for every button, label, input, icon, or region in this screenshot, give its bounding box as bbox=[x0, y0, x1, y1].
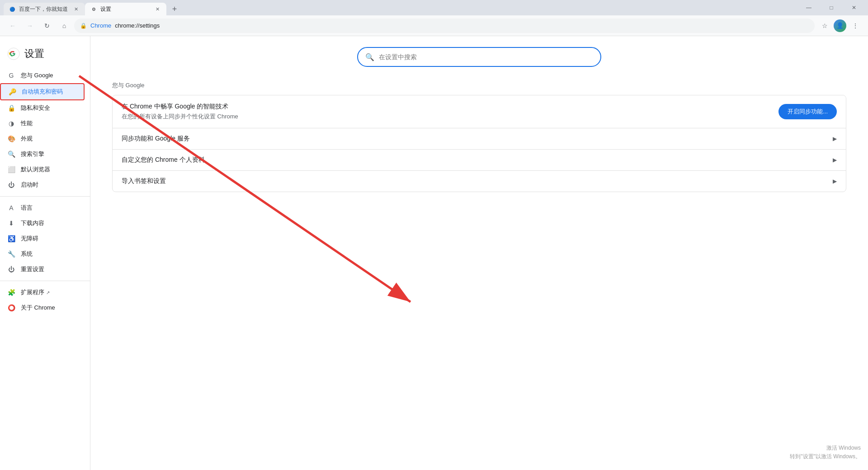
sidebar-item-performance-label: 性能 bbox=[21, 119, 33, 127]
search-input[interactable] bbox=[379, 53, 593, 61]
appearance-icon: 🎨 bbox=[7, 135, 15, 143]
chevron-right-icon-2: ▶ bbox=[833, 157, 837, 163]
sidebar-divider-2 bbox=[0, 281, 90, 281]
maximize-button[interactable]: □ bbox=[821, 0, 842, 15]
sidebar-item-privacy[interactable]: 🔒 隐私和安全 bbox=[0, 100, 86, 116]
menu-button[interactable]: ⋮ bbox=[848, 19, 863, 33]
tab-baidu-favicon: 🔵 bbox=[9, 6, 15, 12]
card-row-customize-profile-label: 自定义您的 Chrome 个人资料 bbox=[122, 156, 205, 164]
tab-settings-close[interactable]: ✕ bbox=[154, 5, 161, 13]
sidebar-item-accessibility-label: 无障碍 bbox=[21, 235, 38, 243]
tab-settings-favicon: ⚙ bbox=[90, 6, 97, 12]
close-button[interactable]: ✕ bbox=[844, 0, 864, 15]
external-link-icon: ↗ bbox=[46, 290, 50, 295]
sync-button[interactable]: 开启同步功能... bbox=[778, 104, 837, 119]
sidebar-section-1: G 您与 Google 🔑 自动填充和密码 🔒 隐私和安全 ◑ 性能 🎨 外观 … bbox=[0, 68, 90, 193]
sidebar-section-3: 🧩 扩展程序 ↗ ⭕ 关于 Chrome bbox=[0, 285, 90, 315]
key-icon: 🔑 bbox=[8, 88, 16, 96]
startup-icon: ⏻ bbox=[7, 181, 15, 189]
card-row-sync-services[interactable]: 同步功能和 Google 服务 ▶ bbox=[113, 128, 846, 149]
google-card: 在 Chrome 中畅享 Google 的智能技术 在您的所有设备上同步并个性化… bbox=[112, 95, 846, 192]
sidebar-item-autofill[interactable]: 🔑 自动填充和密码 bbox=[0, 83, 85, 100]
sidebar-item-autofill-label: 自动填充和密码 bbox=[22, 88, 63, 96]
extensions-icon: 🧩 bbox=[7, 288, 15, 296]
sidebar-item-startup[interactable]: ⏻ 启动时 bbox=[0, 177, 86, 193]
sidebar-item-language[interactable]: A 语言 bbox=[0, 200, 86, 216]
sidebar-item-extensions[interactable]: 🧩 扩展程序 ↗ bbox=[0, 285, 86, 300]
sidebar-item-accessibility[interactable]: ♿ 无障碍 bbox=[0, 231, 86, 246]
refresh-button[interactable]: ↻ bbox=[40, 19, 54, 33]
settings-title-text: 设置 bbox=[24, 47, 44, 61]
tab-settings[interactable]: ⚙ 设置 ✕ bbox=[85, 3, 166, 15]
address-bar[interactable]: 🔒 Chrome chrome://settings bbox=[74, 19, 815, 33]
system-icon: 🔧 bbox=[7, 250, 15, 258]
sidebar-item-default-browser-label: 默认浏览器 bbox=[21, 165, 50, 174]
tab-baidu-label: 百度一下，你就知道 bbox=[19, 5, 68, 13]
sidebar-item-search-engine-label: 搜索引擎 bbox=[21, 150, 44, 158]
sidebar-item-appearance-label: 外观 bbox=[21, 135, 33, 143]
sidebar-item-startup-label: 启动时 bbox=[21, 181, 38, 189]
bookmark-button[interactable]: ☆ bbox=[817, 19, 832, 33]
sidebar: 设置 G 您与 Google 🔑 自动填充和密码 🔒 隐私和安全 ◑ 性能 🎨 … bbox=[0, 36, 90, 470]
new-tab-button[interactable]: + bbox=[168, 3, 181, 15]
sidebar-item-performance[interactable]: ◑ 性能 bbox=[0, 116, 86, 131]
card-row-import-bookmarks-label: 导入书签和设置 bbox=[122, 177, 166, 185]
sidebar-item-about-chrome[interactable]: ⭕ 关于 Chrome bbox=[0, 300, 86, 315]
card-row-customize-profile[interactable]: 自定义您的 Chrome 个人资料 ▶ bbox=[113, 149, 846, 170]
navbar: ← → ↻ ⌂ 🔒 Chrome chrome://settings ☆ 👤 ⋮ bbox=[0, 15, 868, 36]
profile-button[interactable]: 👤 bbox=[834, 19, 846, 32]
lock-icon: 🔒 bbox=[80, 23, 87, 29]
sidebar-item-about-chrome-label: 关于 Chrome bbox=[21, 304, 55, 312]
sidebar-item-reset-label: 重置设置 bbox=[21, 265, 44, 273]
reset-icon: ⏻ bbox=[7, 265, 15, 273]
search-engine-icon: 🔍 bbox=[7, 150, 15, 158]
nav-right: ☆ 👤 ⋮ bbox=[817, 19, 863, 33]
sidebar-item-system-label: 系统 bbox=[21, 250, 33, 258]
sidebar-item-you-and-google[interactable]: G 您与 Google bbox=[0, 68, 86, 83]
accessibility-icon: ♿ bbox=[7, 235, 15, 243]
search-bar-container: 🔍 bbox=[112, 47, 846, 67]
titlebar: 🔵 百度一下，你就知道 ✕ ⚙ 设置 ✕ + — □ ✕ bbox=[0, 0, 868, 15]
performance-icon: ◑ bbox=[7, 119, 15, 127]
sidebar-divider-1 bbox=[0, 196, 90, 197]
back-button[interactable]: ← bbox=[5, 19, 20, 33]
sidebar-item-appearance[interactable]: 🎨 外观 bbox=[0, 131, 86, 146]
google-card-text: 在 Chrome 中畅享 Google 的智能技术 在您的所有设备上同步并个性化… bbox=[122, 103, 238, 121]
search-bar[interactable]: 🔍 bbox=[357, 47, 601, 67]
home-button[interactable]: ⌂ bbox=[57, 19, 71, 33]
language-icon: A bbox=[7, 204, 15, 212]
download-icon: ⬇ bbox=[7, 219, 15, 227]
sidebar-item-system[interactable]: 🔧 系统 bbox=[0, 246, 86, 262]
chevron-right-icon: ▶ bbox=[833, 136, 837, 142]
card-row-import-bookmarks[interactable]: 导入书签和设置 ▶ bbox=[113, 170, 846, 192]
browser-icon: ⬜ bbox=[7, 165, 15, 174]
settings-title: 设置 bbox=[0, 43, 90, 64]
card-row-sync-services-label: 同步功能和 Google 服务 bbox=[122, 135, 190, 143]
sidebar-item-extensions-label: 扩展程序 bbox=[21, 288, 44, 296]
forward-button[interactable]: → bbox=[23, 19, 37, 33]
main-content: 🔍 您与 Google 在 Chrome 中畅享 Google 的智能技术 在您… bbox=[90, 36, 868, 470]
sidebar-item-search-engine[interactable]: 🔍 搜索引擎 bbox=[0, 146, 86, 162]
tab-baidu-close[interactable]: ✕ bbox=[72, 5, 80, 13]
address-text: chrome://settings bbox=[115, 22, 160, 29]
google-card-subtitle: 在您的所有设备上同步并个性化设置 Chrome bbox=[122, 113, 238, 121]
sidebar-item-language-label: 语言 bbox=[21, 204, 33, 212]
sidebar-item-default-browser[interactable]: ⬜ 默认浏览器 bbox=[0, 162, 86, 177]
section-title: 您与 Google bbox=[112, 81, 846, 89]
tab-baidu[interactable]: 🔵 百度一下，你就知道 ✕ bbox=[4, 3, 85, 15]
google-logo bbox=[7, 47, 20, 60]
chrome-badge: Chrome bbox=[90, 22, 111, 29]
tab-list: 🔵 百度一下，你就知道 ✕ ⚙ 设置 ✕ + bbox=[4, 0, 798, 15]
google-card-header: 在 Chrome 中畅享 Google 的智能技术 在您的所有设备上同步并个性化… bbox=[113, 95, 846, 128]
window-controls: — □ ✕ bbox=[798, 0, 864, 15]
google-card-title: 在 Chrome 中畅享 Google 的智能技术 bbox=[122, 103, 238, 111]
google-icon: G bbox=[7, 71, 15, 80]
tab-settings-label: 设置 bbox=[100, 5, 111, 13]
sidebar-item-privacy-label: 隐私和安全 bbox=[21, 104, 50, 112]
about-chrome-icon: ⭕ bbox=[7, 304, 15, 312]
sidebar-item-downloads[interactable]: ⬇ 下载内容 bbox=[0, 216, 86, 231]
minimize-button[interactable]: — bbox=[798, 0, 819, 15]
sidebar-item-reset[interactable]: ⏻ 重置设置 bbox=[0, 262, 86, 277]
app-container: 设置 G 您与 Google 🔑 自动填充和密码 🔒 隐私和安全 ◑ 性能 🎨 … bbox=[0, 36, 868, 470]
sidebar-item-you-and-google-label: 您与 Google bbox=[21, 71, 53, 80]
